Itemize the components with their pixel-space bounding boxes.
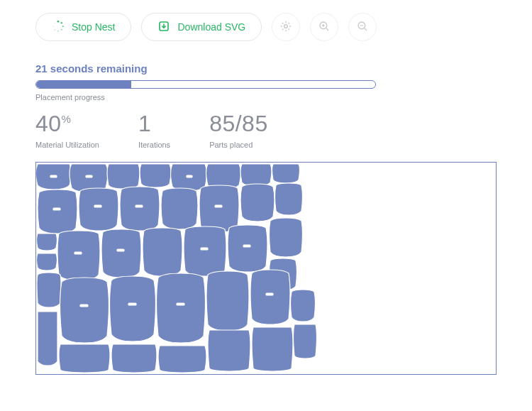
svg-rect-23: [80, 305, 88, 307]
svg-point-1: [61, 22, 62, 23]
utilization-label: Material Utilization: [35, 141, 99, 149]
iterations-label: Iterations: [138, 141, 170, 149]
svg-point-2: [62, 25, 64, 26]
svg-point-3: [61, 28, 62, 30]
svg-point-6: [52, 26, 54, 27]
parts-label: Parts placed: [209, 141, 268, 149]
svg-rect-21: [201, 248, 208, 250]
svg-rect-17: [135, 205, 143, 207]
download-svg-button[interactable]: Download SVG: [141, 13, 262, 41]
nest-svg: [36, 163, 497, 375]
svg-rect-12: [50, 175, 57, 177]
svg-rect-19: [74, 252, 82, 254]
gear-icon: [279, 20, 292, 35]
zoom-in-icon: [318, 20, 331, 35]
metric-utilization: 40% Material Utilization: [35, 111, 99, 149]
zoom-in-button[interactable]: [310, 13, 338, 41]
status-section: 21 seconds remaining Placement progress: [35, 62, 497, 102]
svg-point-4: [57, 30, 59, 31]
svg-point-9: [284, 24, 288, 28]
nest-canvas[interactable]: [35, 162, 497, 375]
metrics: 40% Material Utilization 1 Iterations 85…: [35, 111, 497, 149]
svg-rect-22: [243, 245, 250, 247]
stop-nest-button[interactable]: Stop Nest: [35, 13, 131, 41]
svg-point-7: [54, 22, 55, 23]
parts-value: 85/85: [209, 111, 268, 136]
utilization-value: 40%: [35, 111, 99, 136]
spinner-icon: [52, 20, 65, 35]
toolbar: Stop Nest Download SVG: [35, 13, 497, 41]
svg-rect-18: [215, 205, 222, 207]
utilization-number: 40: [35, 111, 62, 136]
download-svg-label: Download SVG: [177, 21, 245, 33]
stop-nest-label: Stop Nest: [72, 21, 115, 33]
svg-rect-15: [53, 208, 60, 210]
time-remaining: 21 seconds remaining: [35, 62, 497, 75]
percent-sign: %: [62, 113, 72, 125]
settings-button[interactable]: [272, 13, 300, 41]
zoom-out-icon: [356, 20, 369, 35]
svg-rect-26: [266, 293, 273, 295]
svg-rect-20: [117, 249, 124, 251]
svg-rect-25: [177, 303, 184, 305]
svg-rect-14: [187, 175, 192, 177]
svg-point-0: [57, 20, 60, 22]
progress-fill: [36, 81, 131, 88]
progress-bar: [35, 80, 376, 89]
download-icon: [157, 20, 170, 35]
svg-rect-13: [86, 175, 92, 177]
zoom-out-button[interactable]: [348, 13, 377, 41]
progress-label: Placement progress: [35, 93, 497, 102]
svg-point-5: [54, 28, 55, 30]
svg-rect-24: [128, 303, 136, 305]
metric-parts: 85/85 Parts placed: [209, 111, 268, 149]
metric-iterations: 1 Iterations: [138, 111, 170, 149]
iterations-value: 1: [138, 111, 170, 136]
svg-rect-16: [94, 205, 101, 207]
